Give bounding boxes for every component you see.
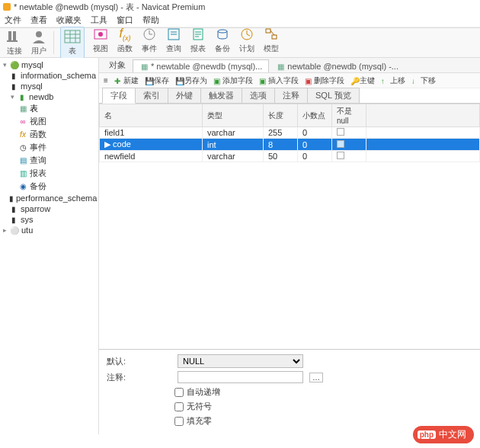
subtab-indexes[interactable]: 索引: [135, 88, 168, 103]
toolbar-model-button[interactable]: 模型: [263, 27, 280, 54]
checkbox-icon[interactable]: [337, 140, 344, 148]
cell-notnull[interactable]: [332, 151, 366, 162]
cell-type[interactable]: varchar: [203, 127, 264, 139]
expander-icon[interactable]: ▾: [2, 61, 8, 69]
table-row[interactable]: field1varchar2550: [100, 127, 480, 139]
action-label: 新建: [123, 75, 139, 86]
col-type[interactable]: 类型: [203, 104, 264, 127]
table-row[interactable]: newfieldvarchar500: [100, 151, 480, 162]
tree-node-functions[interactable]: fx函数: [0, 128, 98, 141]
cell-name[interactable]: newfield: [100, 151, 203, 162]
tree-db-mysql[interactable]: ▮mysql: [0, 81, 98, 91]
cell-length[interactable]: 50: [264, 151, 298, 162]
subtab-triggers[interactable]: 触发器: [200, 88, 242, 103]
delete-field-button[interactable]: ▣删除字段: [305, 75, 344, 86]
cell-type[interactable]: int: [203, 139, 264, 151]
menu-tools[interactable]: 工具: [91, 14, 107, 26]
subtab-foreign-keys[interactable]: 外键: [168, 88, 201, 103]
expander-icon[interactable]: ▾: [9, 93, 15, 101]
toolbar-query-button[interactable]: 查询: [165, 27, 182, 54]
tree-db-sparrow[interactable]: ▮sparrow: [0, 203, 98, 214]
fields-grid[interactable]: 名 类型 长度 小数点 不是 null field1varchar2550▶ c…: [99, 104, 480, 349]
tree-node-tables[interactable]: ▦表: [0, 102, 98, 115]
subtab-comment[interactable]: 注释: [274, 88, 308, 103]
tab-newtable-unsaved[interactable]: ▦* newtable @newdb (mysql)...: [133, 59, 269, 72]
cell-length[interactable]: 255: [264, 127, 298, 139]
subtab-options[interactable]: 选项: [242, 88, 275, 103]
toolbar-view-button[interactable]: 视图: [92, 27, 109, 54]
tree-label: 表: [30, 103, 38, 114]
save-button[interactable]: 💾保存: [145, 75, 169, 86]
expander-icon[interactable]: ▸: [2, 226, 8, 234]
tab-objects[interactable]: 对象: [102, 57, 133, 72]
cell-length[interactable]: 8: [264, 139, 298, 151]
app-icon: [3, 3, 11, 11]
menu-file[interactable]: 文件: [5, 14, 21, 26]
zerofill-checkbox[interactable]: [174, 417, 184, 426]
action-label: 另存为: [184, 75, 207, 86]
tree-db-performance-schema[interactable]: ▮performance_schema: [0, 193, 98, 203]
connection-tree[interactable]: ▾ 🟢 mysql ▮information_schema ▮mysql ▾▮n…: [0, 58, 99, 434]
toolbar-plan-button[interactable]: 计划: [238, 27, 255, 54]
toolbar-report-button[interactable]: 报表: [190, 27, 206, 54]
menu-help[interactable]: 帮助: [142, 14, 159, 26]
toolbar-user-button[interactable]: 用户: [30, 29, 47, 56]
add-field-button[interactable]: ▣添加字段: [213, 75, 253, 86]
tab-label: * newtable @newdb (mysql)...: [151, 62, 262, 71]
comment-expand-button[interactable]: …: [309, 373, 323, 382]
toolbar-event-button[interactable]: 事件: [141, 27, 158, 54]
unsigned-checkbox[interactable]: [174, 402, 184, 411]
tree-connection-mysql[interactable]: ▾ 🟢 mysql: [0, 59, 98, 70]
toolbar-backup-button[interactable]: 备份: [214, 27, 231, 54]
col-name[interactable]: 名: [100, 104, 203, 127]
col-notnull[interactable]: 不是 null: [332, 104, 366, 127]
tree-node-queries[interactable]: ▤查询: [0, 154, 98, 167]
tree-node-events[interactable]: ◷事件: [0, 141, 98, 154]
tab-label: newtable @newdb (mysql) -...: [287, 62, 398, 71]
tree-db-newdb[interactable]: ▾▮newdb: [0, 91, 98, 102]
svg-rect-25: [266, 29, 270, 33]
primary-key-button[interactable]: 🔑主键: [350, 75, 375, 86]
move-down-button[interactable]: ↓下移: [411, 75, 436, 86]
insert-field-button[interactable]: ▣插入字段: [259, 75, 299, 86]
cell-notnull[interactable]: [332, 127, 366, 139]
comment-input[interactable]: [178, 371, 303, 383]
subtab-fields[interactable]: 字段: [102, 88, 136, 104]
function-icon: f(x): [117, 27, 133, 42]
menu-fav[interactable]: 收藏夹: [56, 14, 82, 26]
tree-node-reports[interactable]: ▥报表: [0, 167, 98, 180]
checkbox-icon[interactable]: [337, 152, 344, 159]
cell-notnull[interactable]: [332, 139, 366, 151]
col-decimal[interactable]: 小数点: [298, 104, 332, 127]
toolbar-table-button[interactable]: 表: [60, 27, 85, 59]
col-length[interactable]: 长度: [264, 104, 298, 127]
tree-db-information-schema[interactable]: ▮information_schema: [0, 70, 98, 81]
cell-name[interactable]: field1: [100, 127, 203, 139]
database-icon: ▮: [9, 204, 18, 213]
move-up-button[interactable]: ↑上移: [381, 75, 405, 86]
cell-decimal[interactable]: 0: [298, 151, 332, 162]
cell-name[interactable]: ▶ code: [100, 139, 203, 151]
save-as-button[interactable]: 💾另存为: [175, 75, 207, 86]
menu-view[interactable]: 查看: [30, 14, 47, 26]
auto-increment-checkbox[interactable]: [174, 388, 184, 397]
toolbar-connect-button[interactable]: 连接: [6, 29, 23, 56]
tree-connection-utu[interactable]: ▸⚪utu: [0, 225, 98, 235]
table-row[interactable]: ▶ codeint80: [100, 139, 480, 151]
menu-window[interactable]: 窗口: [117, 14, 133, 26]
tab-newtable[interactable]: ▦newtable @newdb (mysql) -...: [269, 59, 405, 72]
new-button[interactable]: ✚新建: [114, 75, 139, 86]
default-select[interactable]: NULL: [178, 354, 303, 368]
tree-node-views[interactable]: ∞视图: [0, 115, 98, 128]
tree-node-backup[interactable]: ◉备份: [0, 180, 98, 193]
toolbar-function-button[interactable]: f(x) 函数: [117, 27, 133, 54]
cell-type[interactable]: varchar: [203, 151, 264, 162]
cell-decimal[interactable]: 0: [298, 139, 332, 151]
cell-decimal[interactable]: 0: [298, 127, 332, 139]
clock-icon: ◷: [18, 143, 27, 152]
checkbox-icon[interactable]: [337, 128, 344, 136]
action-menu[interactable]: ≡: [104, 76, 108, 85]
subtab-sql-preview[interactable]: SQL 预览: [307, 88, 360, 103]
table-header-row: 名 类型 长度 小数点 不是 null: [100, 104, 480, 127]
tree-db-sys[interactable]: ▮sys: [0, 214, 98, 225]
